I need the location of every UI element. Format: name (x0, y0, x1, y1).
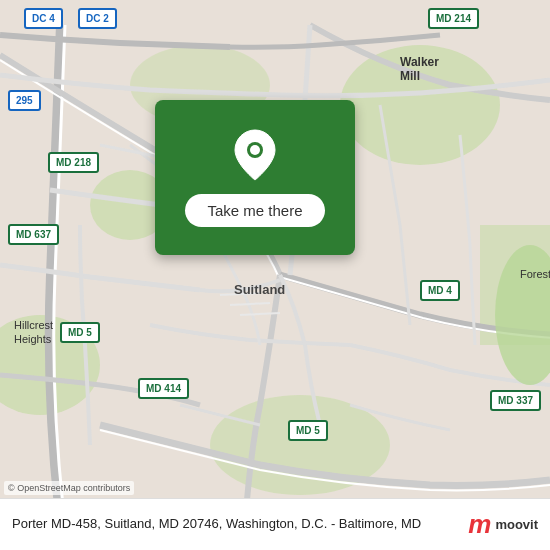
road-badge-md5-left: MD 5 (60, 322, 100, 343)
road-badge-md214: MD 214 (428, 8, 479, 29)
osm-attribution: © OpenStreetMap contributors (4, 481, 134, 495)
suitland-label: Suitland (234, 282, 285, 297)
road-badge-md337: MD 337 (490, 390, 541, 411)
bottom-bar: Porter MD-458, Suitland, MD 20746, Washi… (0, 498, 550, 550)
moovit-wordmark: moovit (495, 517, 538, 532)
hillcrest-label: HillcrestHeights (14, 318, 53, 347)
road-badge-md218: MD 218 (48, 152, 99, 173)
road-badge-md414: MD 414 (138, 378, 189, 399)
road-badge-md637: MD 637 (8, 224, 59, 245)
location-card: Take me there (155, 100, 355, 255)
take-me-there-button[interactable]: Take me there (185, 194, 324, 227)
road-badge-dc4: DC 4 (24, 8, 63, 29)
map-background (0, 0, 550, 550)
road-badge-md4: MD 4 (420, 280, 460, 301)
road-badge-dc2: DC 2 (78, 8, 117, 29)
walker-mill-label: WalkerMill (400, 55, 439, 83)
address-text: Porter MD-458, Suitland, MD 20746, Washi… (12, 515, 458, 533)
road-badge-md5-right: MD 5 (288, 420, 328, 441)
svg-point-9 (250, 145, 260, 155)
moovit-logo: m moovit (468, 509, 538, 540)
forest-label: Forest (520, 268, 550, 280)
map-container: WalkerMill Suitland HillcrestHeights For… (0, 0, 550, 550)
location-pin-icon (233, 128, 277, 182)
moovit-m-letter: m (468, 509, 491, 540)
road-badge-295: 295 (8, 90, 41, 111)
